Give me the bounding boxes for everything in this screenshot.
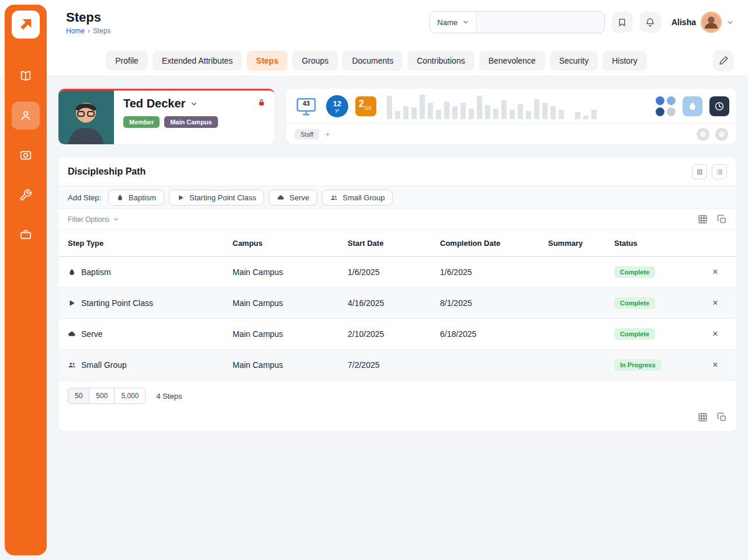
delete-row-button[interactable]: × bbox=[704, 329, 727, 339]
baptism-badge[interactable] bbox=[683, 96, 702, 116]
search-input[interactable] bbox=[477, 12, 604, 33]
attendance-numerator: 2 bbox=[359, 99, 364, 109]
completion-date-cell: 6/18/2025 bbox=[440, 329, 548, 339]
table-row[interactable]: Starting Point Class Main Campus 4/16/20… bbox=[58, 288, 736, 319]
status-badge: Complete bbox=[614, 297, 655, 309]
tab-security[interactable]: Security bbox=[550, 51, 598, 71]
badge-dot-icon[interactable] bbox=[656, 96, 664, 105]
col-campus[interactable]: Campus bbox=[233, 239, 348, 248]
list-view-button[interactable] bbox=[712, 164, 727, 179]
user-menu[interactable]: Alisha bbox=[671, 12, 734, 33]
add-step-bar: Add Step: Baptism Starting Point Class S… bbox=[58, 186, 736, 209]
step-type-cell: Small Group bbox=[81, 360, 127, 370]
droplet-icon bbox=[68, 268, 76, 276]
col-summary[interactable]: Summary bbox=[548, 239, 614, 248]
table-row[interactable]: Small Group Main Campus 7/2/2025 In Prog… bbox=[58, 350, 736, 381]
edit-button[interactable] bbox=[713, 50, 734, 71]
attendance-denominator: /16 bbox=[364, 106, 372, 111]
person-search: Name bbox=[430, 11, 605, 33]
era-badge[interactable]: 12 yr bbox=[326, 95, 348, 117]
attendance-bar bbox=[485, 105, 490, 119]
serve-icon bbox=[68, 330, 76, 338]
attendance-bar bbox=[395, 111, 400, 119]
badge-dot-icon[interactable] bbox=[656, 107, 664, 116]
add-baptism-label: Baptism bbox=[129, 193, 156, 202]
add-baptism-button[interactable]: Baptism bbox=[108, 190, 164, 206]
pagination-row: 50 500 5,000 4 Steps bbox=[58, 381, 736, 412]
attendance-bar bbox=[403, 106, 408, 119]
add-small-group-label: Small Group bbox=[342, 193, 385, 202]
profile-tabs: Profile Extended Attributes Steps Groups… bbox=[47, 51, 706, 71]
attendance-bar bbox=[501, 100, 507, 119]
serve-icon bbox=[277, 194, 285, 201]
add-small-group-button[interactable]: Small Group bbox=[322, 190, 393, 206]
user-avatar bbox=[701, 12, 722, 33]
lock-icon[interactable] bbox=[258, 99, 265, 106]
tab-history[interactable]: History bbox=[602, 51, 647, 71]
bookmark-button[interactable] bbox=[612, 12, 633, 33]
add-label-button[interactable]: + bbox=[325, 130, 330, 139]
tab-contributions[interactable]: Contributions bbox=[407, 51, 475, 71]
attendance-bar bbox=[526, 111, 531, 119]
attendance-fraction-badge[interactable]: 2 /16 bbox=[355, 96, 376, 116]
page-header: Steps Home › Steps Name Alisha bbox=[47, 0, 748, 44]
tab-benevolence[interactable]: Benevolence bbox=[479, 51, 545, 71]
col-status[interactable]: Status bbox=[614, 239, 704, 248]
page-size-500[interactable]: 500 bbox=[89, 388, 115, 404]
page-size-50[interactable]: 50 bbox=[68, 388, 89, 404]
add-starting-point-class-button[interactable]: Starting Point Class bbox=[169, 190, 264, 206]
card-header: Discipleship Path bbox=[58, 158, 736, 186]
filter-options-toggle[interactable]: Filter Options bbox=[68, 215, 119, 224]
attendance-bar bbox=[469, 109, 474, 119]
attendance-device-badge[interactable]: 43 bbox=[293, 95, 319, 117]
add-serve-button[interactable]: Serve bbox=[269, 190, 317, 206]
delete-row-button[interactable]: × bbox=[704, 360, 727, 370]
export-table-button[interactable] bbox=[698, 214, 708, 224]
delete-row-button[interactable]: × bbox=[704, 298, 727, 308]
search-field-selector[interactable]: Name bbox=[430, 12, 477, 33]
badge-dot-icon[interactable] bbox=[667, 96, 676, 105]
tab-steps[interactable]: Steps bbox=[247, 51, 288, 71]
attendance-bar bbox=[493, 109, 498, 119]
page-size-5000[interactable]: 5,000 bbox=[114, 388, 146, 404]
sidebar-item-library[interactable] bbox=[12, 62, 40, 90]
filter-options-label: Filter Options bbox=[68, 215, 109, 224]
sidebar-item-work[interactable] bbox=[12, 221, 40, 249]
col-completion-date[interactable]: Completion Date bbox=[440, 239, 548, 248]
rock-logo[interactable] bbox=[12, 11, 40, 39]
breadcrumb: Home › Steps bbox=[66, 27, 111, 35]
person-info: Ted Decker Member Main Campus bbox=[114, 91, 227, 144]
notifications-button[interactable] bbox=[640, 12, 661, 33]
tab-extended-attributes[interactable]: Extended Attributes bbox=[153, 51, 242, 71]
muted-badge-icon[interactable] bbox=[715, 128, 728, 141]
copy-table-button[interactable] bbox=[717, 412, 727, 422]
col-start-date[interactable]: Start Date bbox=[348, 239, 440, 248]
delete-row-button[interactable]: × bbox=[704, 267, 727, 277]
tab-documents[interactable]: Documents bbox=[342, 51, 403, 71]
era-unit: yr bbox=[335, 108, 340, 113]
pencil-icon bbox=[719, 55, 729, 65]
staff-label-tag[interactable]: Staff bbox=[295, 129, 319, 140]
muted-badge-icon[interactable] bbox=[697, 128, 709, 141]
copy-table-button[interactable] bbox=[717, 214, 727, 224]
tab-profile[interactable]: Profile bbox=[106, 51, 148, 71]
attendance-bar bbox=[420, 95, 425, 119]
export-table-button[interactable] bbox=[698, 412, 708, 422]
grid-view-button[interactable] bbox=[692, 164, 707, 179]
badge-dot-icon[interactable] bbox=[667, 107, 676, 116]
attendance-clock-badge[interactable] bbox=[709, 96, 729, 116]
tab-groups[interactable]: Groups bbox=[292, 51, 338, 71]
breadcrumb-current: Steps bbox=[93, 27, 111, 35]
table-row[interactable]: Baptism Main Campus 1/6/2025 1/6/2025 Co… bbox=[58, 257, 736, 288]
chevron-down-icon[interactable] bbox=[190, 100, 198, 108]
col-step-type[interactable]: Step Type bbox=[68, 239, 233, 248]
sidebar-item-media[interactable] bbox=[12, 141, 40, 169]
table-row[interactable]: Serve Main Campus 2/10/2025 6/18/2025 Co… bbox=[58, 319, 736, 350]
sidebar-item-people[interactable] bbox=[12, 102, 40, 130]
breadcrumb-home-link[interactable]: Home bbox=[66, 27, 85, 35]
person-name-row: Ted Decker bbox=[123, 97, 218, 110]
attendance-bar bbox=[542, 103, 548, 119]
briefcase-icon bbox=[19, 228, 32, 241]
sidebar-item-tools[interactable] bbox=[12, 181, 40, 209]
status-badge: In Progress bbox=[614, 359, 662, 371]
